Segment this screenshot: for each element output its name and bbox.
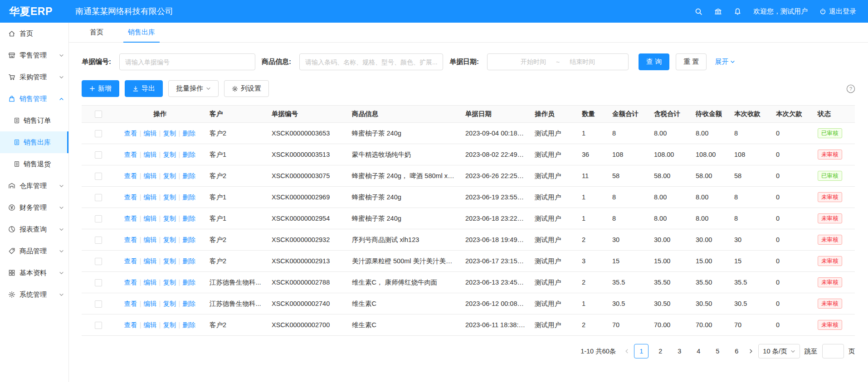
reset-button[interactable]: 重 置 (676, 53, 707, 70)
copy-link[interactable]: 复制 (163, 151, 176, 158)
copy-link[interactable]: 复制 (163, 257, 176, 265)
notification-bell-icon[interactable] (734, 8, 741, 15)
delete-link[interactable]: 删除 (182, 172, 195, 179)
sidebar-subitem-sales-return[interactable]: 销售退货 (0, 153, 68, 175)
edit-link[interactable]: 编辑 (144, 257, 157, 265)
sidebar-subitem-sales-out[interactable]: 销售出库 (0, 131, 68, 153)
row-checkbox[interactable] (95, 215, 102, 222)
select-all-checkbox[interactable] (95, 111, 102, 118)
row-checkbox[interactable] (95, 151, 102, 159)
next-page-button[interactable] (748, 348, 754, 354)
copy-link[interactable]: 复制 (163, 236, 176, 243)
date-range-picker[interactable]: 开始时间 ~ 结束时间 (487, 53, 629, 70)
view-link[interactable]: 查看 (124, 300, 137, 307)
add-button[interactable]: 新增 (82, 80, 119, 97)
row-checkbox[interactable] (95, 237, 102, 244)
page-button-4[interactable]: 4 (691, 344, 706, 358)
edit-link[interactable]: 编辑 (144, 321, 157, 329)
column-settings-button[interactable]: 列设置 (224, 80, 269, 97)
copy-link[interactable]: 复制 (163, 193, 176, 201)
cell-pending: 8.00 (691, 123, 730, 144)
bill-no-input[interactable] (119, 53, 255, 70)
sidebar-item-basic[interactable]: 基本资料 (0, 262, 68, 284)
delete-link[interactable]: 删除 (182, 300, 195, 307)
view-link[interactable]: 查看 (124, 236, 137, 243)
page-button-2[interactable]: 2 (653, 344, 668, 358)
edit-link[interactable]: 编辑 (144, 300, 157, 307)
logout-button[interactable]: 退出登录 (819, 7, 856, 16)
edit-link[interactable]: 编辑 (144, 236, 157, 243)
tab-sales-out[interactable]: 销售出库 (123, 23, 160, 43)
product-info-input[interactable] (299, 53, 443, 70)
sidebar-item-home[interactable]: 首页 (0, 23, 68, 44)
sidebar-item-purchase[interactable]: 采购管理 (0, 66, 68, 88)
cell-tax-total: 70.00 (649, 314, 691, 336)
copy-link[interactable]: 复制 (163, 215, 176, 222)
sidebar-item-report[interactable]: 报表查询 (0, 218, 68, 240)
row-checkbox[interactable] (95, 258, 102, 265)
platform-icon[interactable] (714, 8, 722, 15)
row-checkbox[interactable] (95, 322, 102, 329)
copy-link[interactable]: 复制 (163, 130, 176, 137)
view-link[interactable]: 查看 (124, 130, 137, 137)
help-icon[interactable]: ? (846, 84, 855, 93)
view-link[interactable]: 查看 (124, 151, 137, 158)
sidebar-item-retail[interactable]: 零售管理 (0, 44, 68, 66)
edit-link[interactable]: 编辑 (144, 193, 157, 201)
cell-status: 未审核 (813, 144, 855, 165)
sidebar-subitem-sales-order[interactable]: 销售订单 (0, 110, 68, 131)
row-checkbox[interactable] (95, 194, 102, 201)
chevron-down-icon (59, 292, 64, 297)
tab-home[interactable]: 首页 (85, 23, 108, 43)
sidebar-item-warehouse[interactable]: 仓库管理 (0, 175, 68, 197)
page-button-5[interactable]: 5 (710, 344, 725, 358)
edit-link[interactable]: 编辑 (144, 215, 157, 222)
search-button[interactable]: 查 询 (639, 53, 669, 70)
batch-operations-button[interactable]: 批量操作 (168, 80, 219, 97)
cell-pending: 30.00 (691, 229, 730, 251)
row-checkbox[interactable] (95, 279, 102, 286)
page-button-1[interactable]: 1 (634, 344, 649, 358)
delete-link[interactable]: 删除 (182, 236, 195, 243)
export-button[interactable]: 导出 (125, 80, 163, 97)
view-link[interactable]: 查看 (124, 279, 137, 286)
view-link[interactable]: 查看 (124, 193, 137, 201)
view-link[interactable]: 查看 (124, 321, 137, 329)
expand-link[interactable]: 展开 (715, 58, 735, 66)
delete-link[interactable]: 删除 (182, 257, 195, 265)
view-link[interactable]: 查看 (124, 257, 137, 265)
edit-link[interactable]: 编辑 (144, 151, 157, 158)
delete-link[interactable]: 删除 (182, 321, 195, 329)
status-badge: 未审核 (818, 150, 842, 160)
copy-link[interactable]: 复制 (163, 300, 176, 307)
row-checkbox[interactable] (95, 173, 102, 180)
view-link[interactable]: 查看 (124, 172, 137, 179)
page-button-3[interactable]: 3 (672, 344, 687, 358)
delete-link[interactable]: 删除 (182, 193, 195, 201)
copy-link[interactable]: 复制 (163, 321, 176, 329)
cell-amount: 8 (608, 123, 649, 144)
jump-page-input[interactable] (822, 344, 844, 358)
sidebar-item-sales[interactable]: 销售管理 (0, 88, 68, 110)
page-button-6[interactable]: 6 (729, 344, 744, 358)
edit-link[interactable]: 编辑 (144, 172, 157, 179)
edit-link[interactable]: 编辑 (144, 279, 157, 286)
delete-link[interactable]: 删除 (182, 279, 195, 286)
delete-link[interactable]: 删除 (182, 151, 195, 158)
cell-customer: 客户1 (205, 187, 267, 208)
jump-label: 跳至 (805, 347, 818, 356)
row-checkbox[interactable] (95, 130, 102, 137)
page-size-select[interactable]: 10 条/页 (758, 344, 800, 358)
sidebar-item-system[interactable]: 系统管理 (0, 284, 68, 305)
row-checkbox[interactable] (95, 300, 102, 308)
delete-link[interactable]: 删除 (182, 130, 195, 137)
delete-link[interactable]: 删除 (182, 215, 195, 222)
prev-page-button[interactable] (624, 348, 629, 354)
search-icon[interactable] (695, 8, 702, 15)
sidebar-item-finance[interactable]: 财务管理 (0, 197, 68, 218)
view-link[interactable]: 查看 (124, 215, 137, 222)
copy-link[interactable]: 复制 (163, 279, 176, 286)
sidebar-item-goods[interactable]: 商品管理 (0, 240, 68, 262)
copy-link[interactable]: 复制 (163, 172, 176, 179)
edit-link[interactable]: 编辑 (144, 130, 157, 137)
